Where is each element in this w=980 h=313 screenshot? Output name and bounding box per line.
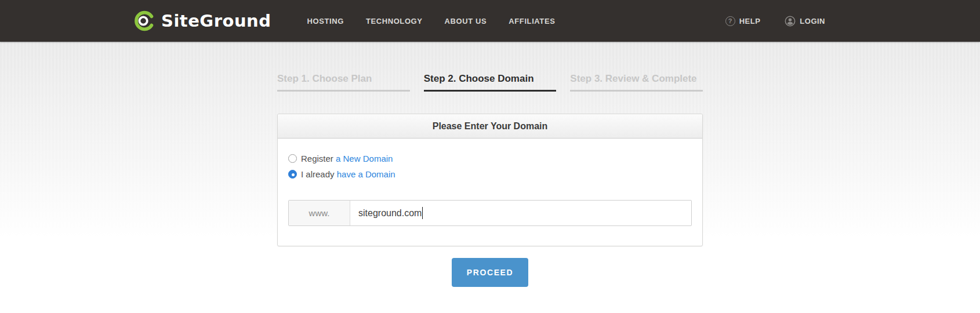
- nav-item-affiliates[interactable]: AFFILIATES: [509, 17, 555, 26]
- login-link[interactable]: LOGIN: [785, 16, 825, 27]
- main-nav: HOSTING TECHNOLOGY ABOUT US AFFILIATES: [307, 17, 555, 26]
- option-existing-label: I already have a Domain: [301, 169, 395, 179]
- radio-register-new-domain[interactable]: [288, 154, 297, 163]
- help-label: HELP: [739, 17, 761, 26]
- nav-item-about-us[interactable]: ABOUT US: [445, 17, 487, 26]
- help-icon: ?: [725, 16, 735, 26]
- checkout-content: Step 1. Choose Plan Step 2. Choose Domai…: [277, 42, 703, 287]
- option-register-plain-text: Register: [301, 154, 336, 163]
- step-tab-choose-plan[interactable]: Step 1. Choose Plan: [277, 73, 410, 92]
- proceed-button-row: PROCEED: [277, 258, 703, 287]
- domain-input-group: www. siteground.com: [288, 200, 692, 226]
- option-existing-link-text: have a Domain: [337, 169, 395, 179]
- domain-panel-body: Register a New Domain I already have a D…: [278, 139, 702, 246]
- option-register-new-domain[interactable]: Register a New Domain: [288, 154, 692, 163]
- checkout-steps: Step 1. Choose Plan Step 2. Choose Domai…: [277, 73, 703, 92]
- domain-input[interactable]: siteground.com: [350, 201, 691, 225]
- logo-wordmark: SiteGround: [161, 11, 271, 31]
- siteground-spiral-icon: [132, 9, 157, 33]
- domain-panel-header: Please Enter Your Domain: [278, 114, 702, 139]
- siteground-logo[interactable]: SiteGround: [132, 9, 271, 33]
- text-caret: [422, 207, 423, 219]
- step-tab-choose-domain[interactable]: Step 2. Choose Domain: [424, 73, 557, 92]
- user-icon: [785, 16, 796, 27]
- nav-item-hosting[interactable]: HOSTING: [307, 17, 343, 26]
- page-body: Step 1. Choose Plan Step 2. Choose Domai…: [0, 42, 980, 313]
- nav-item-technology[interactable]: TECHNOLOGY: [366, 17, 423, 26]
- page: SiteGround HOSTING TECHNOLOGY ABOUT US A…: [0, 0, 980, 313]
- proceed-button[interactable]: PROCEED: [452, 258, 528, 287]
- help-link[interactable]: ? HELP: [725, 16, 761, 26]
- www-prefix-addon: www.: [289, 201, 350, 225]
- step-tab-review-complete[interactable]: Step 3. Review & Complete: [570, 73, 703, 92]
- domain-panel: Please Enter Your Domain Register a New …: [277, 114, 703, 246]
- option-register-link-text: a New Domain: [336, 154, 393, 163]
- panel-title: Please Enter Your Domain: [433, 121, 548, 132]
- option-existing-plain-text: I already: [301, 169, 337, 179]
- radio-existing-domain[interactable]: [288, 170, 297, 179]
- header-utility-nav: ? HELP LOGIN: [725, 16, 825, 27]
- top-navigation-bar: SiteGround HOSTING TECHNOLOGY ABOUT US A…: [0, 0, 980, 42]
- login-label: LOGIN: [800, 17, 825, 26]
- option-existing-domain[interactable]: I already have a Domain: [288, 169, 692, 179]
- domain-input-value: siteground.com: [358, 208, 422, 219]
- option-register-label: Register a New Domain: [301, 154, 393, 163]
